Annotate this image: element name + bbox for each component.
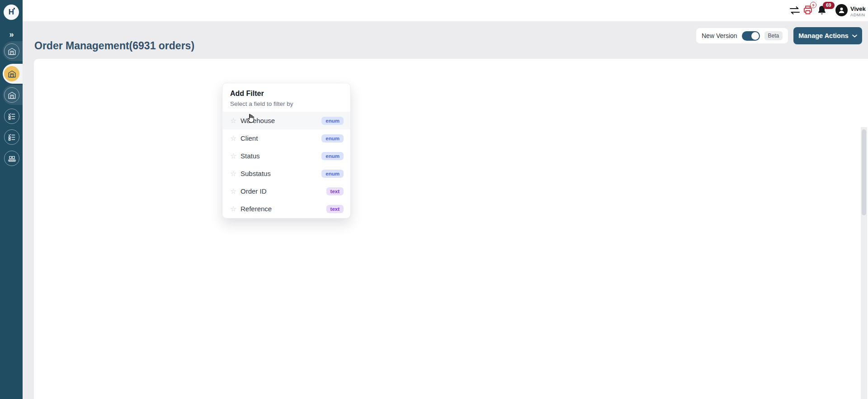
sidebar-expand-button[interactable]: »: [0, 28, 23, 41]
field-type-badge: enum: [321, 152, 344, 160]
content-card: [34, 59, 868, 399]
field-type-badge: enum: [321, 117, 344, 125]
sidebar: H »: [0, 0, 23, 399]
filter-field-label: Status: [241, 152, 321, 160]
warehouse-icon: [4, 43, 19, 59]
star-icon[interactable]: ☆: [230, 169, 241, 178]
filter-field-option-warehouse[interactable]: ☆Warehouseenum: [222, 112, 350, 129]
dropdown-subtitle: Select a field to filter by: [230, 100, 293, 107]
filter-field-option-order-id[interactable]: ☆Order IDtext: [222, 182, 350, 200]
new-version-toggle[interactable]: [742, 31, 760, 41]
sidebar-item-6[interactable]: [3, 148, 23, 168]
star-icon[interactable]: ☆: [230, 187, 241, 195]
printer-badge: 9: [810, 2, 816, 8]
filter-field-option-client[interactable]: ☆Clientenum: [222, 129, 350, 147]
filter-field-option-substatus[interactable]: ☆Substatusenum: [222, 165, 350, 182]
manage-actions-button[interactable]: Manage Actions: [793, 27, 862, 44]
notification-bell-icon[interactable]: 69: [816, 5, 827, 18]
filter-field-label: Order ID: [241, 187, 326, 195]
sidebar-item-4[interactable]: [3, 106, 23, 126]
new-version-switch-group: New Version Beta: [696, 28, 788, 43]
app-logo[interactable]: H: [4, 5, 19, 20]
notification-count-badge: 69: [823, 2, 835, 9]
user-avatar[interactable]: [835, 4, 848, 16]
filter-field-option-reference[interactable]: ☆Referencetext: [222, 200, 350, 218]
warehouse-icon: [4, 87, 19, 103]
beta-badge: Beta: [764, 31, 783, 40]
filter-field-label: Warehouse: [241, 117, 321, 124]
chevron-down-icon: [852, 34, 857, 38]
warehouse-icon: [4, 66, 19, 81]
checklist-icon: [4, 109, 19, 124]
filter-field-label: Client: [241, 134, 321, 142]
user-name: Vivek: [850, 5, 866, 12]
top-bar: 9 69 Vivek ADMIN: [0, 0, 868, 21]
user-role: ADMIN: [850, 12, 865, 17]
field-type-badge: text: [326, 187, 344, 195]
star-icon[interactable]: ☆: [230, 152, 241, 160]
add-filter-dropdown: Add Filter Select a field to filter by ☆…: [222, 83, 351, 218]
sidebar-item-2[interactable]: [3, 64, 23, 84]
filter-field-option-status[interactable]: ☆Statusenum: [222, 147, 350, 165]
swap-arrows-icon[interactable]: [789, 5, 801, 17]
checklist-icon: [4, 129, 19, 145]
filter-field-label: Reference: [241, 205, 326, 213]
manage-actions-label: Manage Actions: [798, 32, 849, 39]
star-icon[interactable]: ☆: [230, 116, 241, 125]
star-icon[interactable]: ☆: [230, 204, 241, 213]
page-title: Order Management(6931 orders): [34, 40, 194, 52]
scrollbar-thumb[interactable]: [862, 129, 866, 215]
field-type-badge: enum: [321, 134, 344, 142]
field-type-badge: enum: [321, 170, 344, 178]
sidebar-item-3[interactable]: [3, 85, 23, 105]
printer-icon[interactable]: 9: [802, 5, 813, 17]
sidebar-item-1[interactable]: [3, 41, 23, 61]
field-type-badge: text: [326, 205, 344, 213]
vertical-scrollbar[interactable]: [861, 127, 867, 399]
star-icon[interactable]: ☆: [230, 134, 241, 142]
sidebar-item-5[interactable]: [3, 127, 23, 147]
dropdown-title: Add Filter: [230, 90, 264, 98]
conveyor-icon: [4, 151, 19, 166]
filter-field-label: Substatus: [241, 170, 321, 177]
new-version-label: New Version: [702, 32, 737, 39]
